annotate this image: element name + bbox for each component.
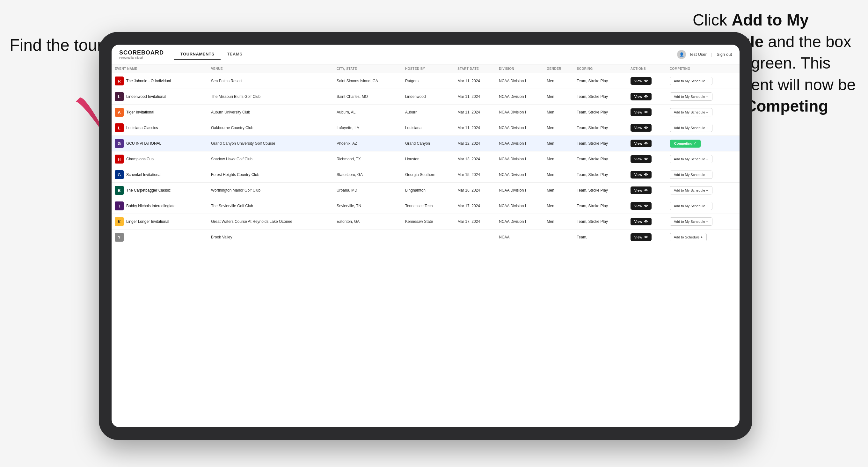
- competing-cell[interactable]: Add to My Schedule +: [666, 120, 740, 136]
- view-button[interactable]: View 👁: [630, 202, 652, 210]
- division-cell: NCAA Division I: [496, 120, 544, 136]
- col-scoring: SCORING: [574, 64, 627, 73]
- table-row: G Schenkel Invitational Forest Heights C…: [112, 167, 740, 183]
- tablet-screen: SCOREBOARD Powered by clippd TOURNAMENTS…: [112, 44, 740, 427]
- competing-cell[interactable]: Add to My Schedule +: [666, 183, 740, 198]
- actions-cell: View 👁: [627, 183, 666, 198]
- scoring-cell: Team, Stroke Play: [574, 136, 627, 151]
- scoring-cell: Team, Stroke Play: [574, 183, 627, 198]
- event-name: Linger Longer Invitational: [126, 219, 169, 224]
- event-name: Tiger Invitational: [126, 110, 154, 115]
- gender-cell: Men: [544, 167, 574, 183]
- team-logo: ?: [115, 233, 124, 242]
- tab-teams[interactable]: TEAMS: [221, 49, 249, 60]
- view-button[interactable]: View 👁: [630, 139, 652, 147]
- venue-cell: Worthington Manor Golf Club: [208, 183, 334, 198]
- gender-cell: Men: [544, 198, 574, 214]
- competing-cell[interactable]: Add to My Schedule +: [666, 89, 740, 104]
- tab-tournaments[interactable]: TOURNAMENTS: [174, 49, 221, 60]
- city-state-cell: Urbana, MD: [334, 183, 402, 198]
- division-cell: NCAA Division I: [496, 198, 544, 214]
- col-event-name: EVENT NAME: [112, 64, 208, 73]
- event-cell: G Schenkel Invitational: [112, 167, 208, 183]
- event-name: Lindenwood Invitational: [126, 94, 166, 99]
- view-button[interactable]: View 👁: [630, 93, 652, 100]
- table-row: ? Brook ValleyNCAATeam,View 👁Add to Sche…: [112, 229, 740, 245]
- hosted-by-cell: Lindenwood: [402, 89, 454, 104]
- eye-icon: 👁: [644, 204, 648, 208]
- actions-cell: View 👁: [627, 167, 666, 183]
- eye-icon: 👁: [644, 142, 648, 145]
- table-row: L Louisiana Classics Oakbourne Country C…: [112, 120, 740, 136]
- team-logo: R: [115, 76, 124, 86]
- division-cell: NCAA Division I: [496, 73, 544, 89]
- add-to-schedule-button[interactable]: Add to Schedule +: [670, 233, 707, 241]
- competing-cell[interactable]: Add to My Schedule +: [666, 73, 740, 89]
- view-button[interactable]: View 👁: [630, 124, 652, 132]
- table-row: L Lindenwood Invitational The Missouri B…: [112, 89, 740, 104]
- event-name: Champions Cup: [126, 157, 154, 161]
- add-to-schedule-button[interactable]: Add to My Schedule +: [670, 170, 712, 179]
- competing-cell[interactable]: Competing ✓: [666, 136, 740, 151]
- col-hosted-by: HOSTED BY: [402, 64, 454, 73]
- competing-cell[interactable]: Add to My Schedule +: [666, 104, 740, 120]
- scoring-cell: Team, Stroke Play: [574, 89, 627, 104]
- city-state-cell: [334, 229, 402, 245]
- add-to-schedule-button[interactable]: Add to My Schedule +: [670, 155, 712, 163]
- add-to-schedule-button[interactable]: Add to My Schedule +: [670, 92, 712, 101]
- competing-cell[interactable]: Add to Schedule +: [666, 229, 740, 245]
- view-button[interactable]: View 👁: [630, 186, 652, 194]
- team-logo: H: [115, 155, 124, 163]
- gender-cell: Men: [544, 214, 574, 229]
- view-button[interactable]: View 👁: [630, 77, 652, 85]
- col-city-state: CITY, STATE: [334, 64, 402, 73]
- start-date-cell: [454, 229, 496, 245]
- hosted-by-cell: Auburn: [402, 104, 454, 120]
- competing-button[interactable]: Competing ✓: [670, 139, 701, 148]
- event-cell: T Bobby Nichols Intercollegiate: [112, 198, 208, 214]
- add-to-schedule-button[interactable]: Add to My Schedule +: [670, 186, 712, 194]
- competing-cell[interactable]: Add to My Schedule +: [666, 151, 740, 167]
- hosted-by-cell: Kennesaw State: [402, 214, 454, 229]
- add-to-schedule-button[interactable]: Add to My Schedule +: [670, 124, 712, 132]
- actions-cell: View 👁: [627, 198, 666, 214]
- view-button[interactable]: View 👁: [630, 171, 652, 179]
- venue-cell: Shadow Hawk Golf Club: [208, 151, 334, 167]
- view-button[interactable]: View 👁: [630, 155, 652, 163]
- hosted-by-cell: Rutgers: [402, 73, 454, 89]
- competing-cell[interactable]: Add to My Schedule +: [666, 214, 740, 229]
- scoring-cell: Team, Stroke Play: [574, 120, 627, 136]
- table-row: G GCU INVITATIONAL Grand Canyon Universi…: [112, 136, 740, 151]
- competing-cell[interactable]: Add to My Schedule +: [666, 198, 740, 214]
- gender-cell: Men: [544, 89, 574, 104]
- competing-cell[interactable]: Add to My Schedule +: [666, 167, 740, 183]
- col-competing: COMPETING: [666, 64, 740, 73]
- scoring-cell: Team, Stroke Play: [574, 151, 627, 167]
- start-date-cell: Mar 11, 2024: [454, 89, 496, 104]
- user-area: 👤 Test User | Sign out: [677, 50, 732, 59]
- add-to-schedule-button[interactable]: Add to My Schedule +: [670, 217, 712, 226]
- app-logo: SCOREBOARD: [119, 50, 164, 56]
- scoring-cell: Team,: [574, 229, 627, 245]
- divider: |: [711, 52, 712, 57]
- gender-cell: Men: [544, 136, 574, 151]
- view-button[interactable]: View 👁: [630, 108, 652, 116]
- gender-cell: Men: [544, 151, 574, 167]
- city-state-cell: Saint Charles, MO: [334, 89, 402, 104]
- venue-cell: Sea Palms Resort: [208, 73, 334, 89]
- event-cell: A Tiger Invitational: [112, 104, 208, 120]
- sign-out-link[interactable]: Sign out: [717, 52, 732, 57]
- team-logo: G: [115, 170, 124, 179]
- add-to-schedule-button[interactable]: Add to My Schedule +: [670, 202, 712, 210]
- city-state-cell: Lafayette, LA: [334, 120, 402, 136]
- view-button[interactable]: View 👁: [630, 218, 652, 225]
- scoring-cell: Team, Stroke Play: [574, 73, 627, 89]
- venue-cell: Oakbourne Country Club: [208, 120, 334, 136]
- actions-cell: View 👁: [627, 73, 666, 89]
- add-to-schedule-button[interactable]: Add to My Schedule +: [670, 77, 712, 85]
- city-state-cell: Richmond, TX: [334, 151, 402, 167]
- view-button[interactable]: View 👁: [630, 234, 652, 241]
- add-to-schedule-button[interactable]: Add to My Schedule +: [670, 108, 712, 116]
- city-state-cell: Statesboro, GA: [334, 167, 402, 183]
- start-date-cell: Mar 17, 2024: [454, 214, 496, 229]
